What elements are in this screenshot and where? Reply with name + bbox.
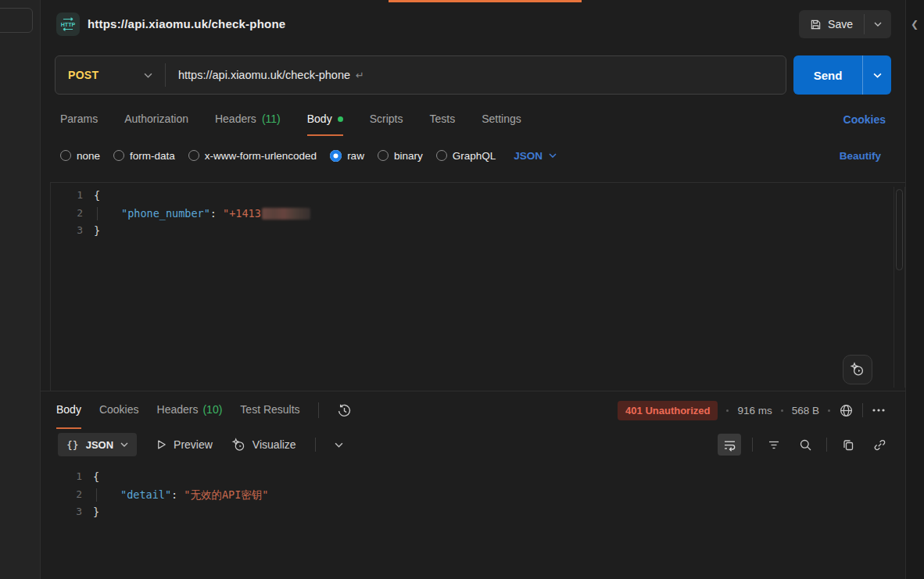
indent-guide [97, 207, 98, 220]
copy-button[interactable] [838, 434, 858, 455]
code-text: "detail": "无效的API密钥" [93, 486, 268, 504]
meta-separator-dot [828, 409, 830, 412]
radio-form-data-label: form-data [130, 150, 175, 162]
code-text: { [94, 187, 100, 205]
response-tab-test-results[interactable]: Test Results [240, 391, 299, 429]
search-button[interactable] [795, 434, 815, 455]
collapse-panel-arrow-icon[interactable]: ❮ [911, 19, 919, 30]
tab-headers[interactable]: Headers (11) [215, 103, 281, 136]
preview-button[interactable]: Preview [156, 438, 213, 451]
chevron-down-icon [874, 22, 882, 27]
link-icon [873, 438, 886, 452]
response-format-dropdown[interactable]: {} JSON [58, 433, 137, 456]
radio-raw[interactable]: raw [330, 150, 364, 162]
link-button[interactable] [869, 434, 890, 455]
svg-text:HTTP: HTTP [61, 22, 76, 28]
code-line: 3 } [50, 503, 905, 521]
cookies-link[interactable]: Cookies [843, 103, 886, 136]
url-input[interactable]: https://api.xiaomu.uk/check-phone ↵ [178, 69, 364, 81]
json-separator: : [171, 488, 184, 501]
request-title: https://api.xiaomu.uk/check-phone [88, 17, 285, 30]
tab-body[interactable]: Body [307, 103, 343, 136]
tab-tests[interactable]: Tests [429, 103, 455, 136]
globe-icon [839, 403, 854, 418]
response-right-tools [718, 429, 890, 460]
tab-body-label: Body [307, 113, 332, 125]
radio-graphql[interactable]: GraphQL [436, 150, 496, 162]
tab-scripts[interactable]: Scripts [370, 103, 403, 136]
app-window: HTTP https://api.xiaomu.uk/check-phone S… [0, 0, 924, 579]
radio-form-data[interactable]: form-data [113, 150, 175, 162]
visualize-options-button[interactable] [335, 442, 343, 448]
braces-icon: {} [66, 439, 79, 451]
send-button[interactable]: Send [793, 55, 862, 95]
save-button[interactable]: Save [799, 10, 864, 38]
line-number: 3 [51, 222, 94, 240]
request-header: HTTP https://api.xiaomu.uk/check-phone S… [41, 0, 905, 48]
method-selector[interactable]: POST [56, 56, 165, 94]
editor-scrollbar-thumb[interactable] [896, 189, 903, 270]
line-number: 3 [50, 503, 93, 521]
editor-scrollbar-track[interactable] [894, 187, 905, 388]
response-tab-cookies[interactable]: Cookies [99, 391, 139, 429]
tab-params-label: Params [60, 113, 98, 125]
tab-settings-label: Settings [482, 113, 521, 125]
send-split-button: Send [793, 55, 891, 95]
response-format-label: JSON [86, 439, 113, 451]
network-info-button[interactable] [839, 403, 854, 418]
radio-graphql-label: GraphQL [453, 150, 496, 162]
radio-circle [60, 150, 71, 161]
visualize-button[interactable]: Visualize [231, 438, 296, 452]
response-tab-test-results-label: Test Results [240, 403, 299, 416]
request-body-editor[interactable]: 1 { 2 "phone_number": "+1413 3 } [50, 182, 905, 391]
body-modified-dot [338, 116, 343, 122]
line-number: 1 [51, 187, 94, 205]
tab-authorization[interactable]: Authorization [124, 103, 188, 136]
response-tab-body[interactable]: Body [56, 391, 81, 429]
radio-binary[interactable]: binary [378, 150, 423, 162]
json-separator: : [210, 207, 223, 220]
chevron-down-icon [144, 73, 152, 78]
code-line: 2 "phone_number": "+1413 [51, 205, 905, 223]
response-tabs-divider [318, 402, 319, 418]
tab-scripts-label: Scripts [370, 113, 403, 125]
save-options-button[interactable] [865, 10, 891, 38]
line-number: 2 [50, 486, 93, 504]
radio-none[interactable]: none [60, 150, 100, 162]
radio-circle [436, 150, 447, 161]
postbot-sparkle-icon [850, 362, 865, 377]
response-more-actions-button[interactable] [872, 408, 886, 413]
chevron-down-icon [549, 153, 557, 158]
sidebar-collapsed-tab[interactable] [0, 8, 33, 33]
postbot-button[interactable] [843, 355, 872, 384]
meta-separator-dot [781, 409, 783, 412]
visualize-sparkle-icon [231, 438, 246, 452]
left-sidebar-strip [0, 0, 41, 579]
line-number: 2 [51, 205, 94, 223]
filter-button[interactable] [764, 434, 784, 455]
ellipsis-icon [872, 408, 886, 413]
response-history-button[interactable] [337, 391, 352, 429]
tab-params[interactable]: Params [60, 103, 98, 136]
tab-settings[interactable]: Settings [482, 103, 521, 136]
format-dropdown-label: JSON [514, 150, 543, 162]
tab-tests-label: Tests [429, 113, 455, 125]
tab-headers-label: Headers [215, 113, 256, 125]
radio-x-www-form-urlencoded[interactable]: x-www-form-urlencoded [188, 150, 317, 162]
right-sidebar-strip: ❮ [905, 0, 924, 579]
code-text: "phone_number": "+1413 [94, 205, 310, 223]
wrap-text-button[interactable] [718, 434, 741, 456]
url-text: https://api.xiaomu.uk/check-phone [178, 69, 350, 81]
send-options-button[interactable] [863, 55, 891, 95]
code-line: 1 { [50, 468, 905, 486]
format-dropdown[interactable]: JSON [514, 150, 557, 162]
toolbar-divider [315, 438, 316, 452]
response-body-viewer[interactable]: 1 { 2 "detail": "无效的API密钥" 3 } [50, 463, 905, 521]
code-line: 1 { [51, 187, 905, 205]
body-type-options: none form-data x-www-form-urlencoded raw… [41, 142, 905, 169]
response-tab-headers-count: (10) [202, 403, 222, 416]
response-tab-headers[interactable]: Headers (10) [157, 391, 223, 429]
response-meta: 401 Unauthorized 916 ms 568 B [618, 391, 886, 429]
code-text: } [94, 222, 100, 240]
beautify-link[interactable]: Beautify [840, 150, 881, 162]
